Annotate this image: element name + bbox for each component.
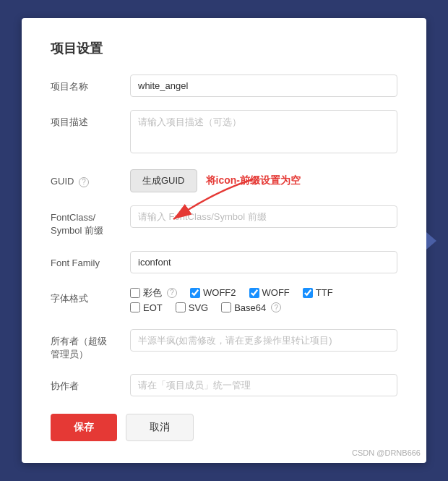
project-name-label: 项目名称 <box>51 75 130 93</box>
checkbox-ttf-input[interactable] <box>303 288 313 298</box>
owner-label: 所有者（超级管理员） <box>51 329 130 361</box>
checkbox-color-input[interactable] <box>130 288 140 298</box>
collaborator-input[interactable] <box>130 374 397 396</box>
fontfamily-input[interactable] <box>130 251 397 273</box>
collaborator-row: 协作者 <box>51 374 397 396</box>
cancel-button[interactable]: 取消 <box>126 414 194 441</box>
guid-row: GUID ? 生成GUID 将icon-前缀设置为空 <box>51 169 397 192</box>
checkbox-svg-input[interactable] <box>176 302 186 312</box>
base64-help-icon[interactable]: ? <box>271 302 281 312</box>
checkbox-eot[interactable]: EOT <box>130 302 163 313</box>
checkbox-eot-input[interactable] <box>130 302 140 312</box>
owner-row: 所有者（超级管理员） <box>51 329 397 361</box>
checkbox-color[interactable]: 彩色 ? <box>130 286 177 299</box>
checkbox-base64-input[interactable] <box>221 302 231 312</box>
fontclass-input[interactable] <box>130 205 397 228</box>
guid-annotation: 将icon-前缀设置为空 <box>206 174 301 187</box>
guid-help-icon[interactable]: ? <box>79 177 89 187</box>
owner-control <box>130 329 397 352</box>
guid-label: GUID ? <box>51 169 130 188</box>
checkbox-woff[interactable]: WOFF <box>249 286 290 299</box>
fontfamily-label: Font Family <box>51 251 130 270</box>
fontclass-control <box>130 205 397 228</box>
fontfamily-row: Font Family <box>51 251 397 273</box>
guid-inner-row: 生成GUID 将icon-前缀设置为空 <box>130 169 397 192</box>
project-desc-label: 项目描述 <box>51 110 130 129</box>
collaborator-label: 协作者 <box>51 374 130 393</box>
project-name-row: 项目名称 <box>51 75 397 97</box>
project-desc-input[interactable] <box>130 110 397 153</box>
fontformat-row: 字体格式 彩色 ? WOFF2 WOFF TTF <box>51 286 397 316</box>
fontformat-control: 彩色 ? WOFF2 WOFF TTF <box>130 286 397 316</box>
color-help-icon[interactable]: ? <box>167 288 177 298</box>
fontclass-label: FontClass/Symbol 前缀 <box>51 205 130 237</box>
panel-title: 项目设置 <box>51 40 397 57</box>
project-name-control <box>130 75 397 97</box>
collaborator-control <box>130 374 397 396</box>
generate-guid-button[interactable]: 生成GUID <box>130 169 197 192</box>
format-row2: EOT SVG Base64 ? <box>130 302 397 313</box>
fontformat-label: 字体格式 <box>51 286 130 305</box>
format-row1: 彩色 ? WOFF2 WOFF TTF <box>130 286 397 299</box>
project-name-input[interactable] <box>130 75 397 97</box>
checkbox-woff-input[interactable] <box>249 288 259 298</box>
checkbox-woff2-input[interactable] <box>190 288 200 298</box>
save-button[interactable]: 保存 <box>51 414 117 441</box>
settings-panel: 项目设置 项目名称 项目描述 GUID ? 生成GUID 将icon-前缀设置为… <box>22 18 426 463</box>
checkbox-ttf[interactable]: TTF <box>303 286 333 299</box>
fontfamily-control <box>130 251 397 273</box>
owner-input[interactable] <box>130 329 397 352</box>
watermark: CSDN @DRNB666 <box>352 448 421 457</box>
project-desc-control <box>130 110 397 156</box>
checkbox-woff2[interactable]: WOFF2 <box>190 286 236 299</box>
guid-control: 生成GUID 将icon-前缀设置为空 <box>130 169 397 192</box>
footer-buttons: 保存 取消 <box>51 414 397 441</box>
project-desc-row: 项目描述 <box>51 110 397 156</box>
panel-arrow <box>426 232 436 250</box>
fontclass-row: FontClass/Symbol 前缀 <box>51 205 397 237</box>
checkbox-base64[interactable]: Base64 ? <box>221 302 281 313</box>
checkbox-svg[interactable]: SVG <box>176 302 208 313</box>
